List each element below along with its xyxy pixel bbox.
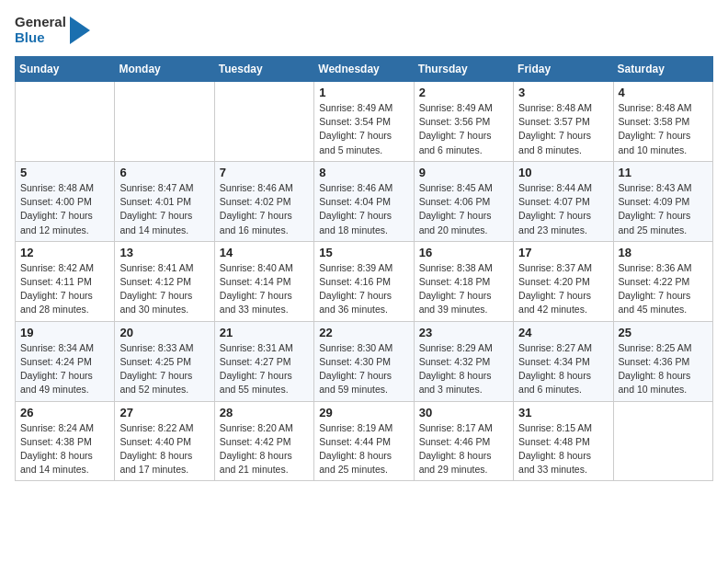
- svg-marker-0: [70, 17, 90, 44]
- day-number: 8: [319, 166, 408, 179]
- day-info: Sunrise: 8:45 AMSunset: 4:06 PMDaylight:…: [419, 181, 508, 237]
- calendar-cell: [16, 82, 115, 162]
- day-number: 24: [518, 326, 608, 339]
- day-info: Sunrise: 8:34 AMSunset: 4:24 PMDaylight:…: [20, 341, 109, 397]
- day-number: 22: [319, 326, 408, 339]
- calendar-cell: 19Sunrise: 8:34 AMSunset: 4:24 PMDayligh…: [16, 321, 115, 401]
- day-info: Sunrise: 8:49 AMSunset: 3:56 PMDaylight:…: [419, 101, 508, 157]
- page-header: General Blue: [15, 15, 713, 45]
- day-number: 15: [319, 246, 408, 259]
- calendar-cell: 6Sunrise: 8:47 AMSunset: 4:01 PMDaylight…: [115, 161, 214, 241]
- weekday-header-row: SundayMondayTuesdayWednesdayThursdayFrid…: [16, 57, 713, 82]
- calendar-cell: 10Sunrise: 8:44 AMSunset: 4:07 PMDayligh…: [514, 161, 613, 241]
- day-info: Sunrise: 8:20 AMSunset: 4:42 PMDaylight:…: [220, 421, 309, 477]
- calendar-cell: 8Sunrise: 8:46 AMSunset: 4:04 PMDaylight…: [314, 161, 414, 241]
- calendar-cell: 21Sunrise: 8:31 AMSunset: 4:27 PMDayligh…: [214, 321, 313, 401]
- day-info: Sunrise: 8:43 AMSunset: 4:09 PMDaylight:…: [619, 181, 708, 237]
- calendar-week-row: 1Sunrise: 8:49 AMSunset: 3:54 PMDaylight…: [16, 82, 713, 162]
- calendar-cell: 14Sunrise: 8:40 AMSunset: 4:14 PMDayligh…: [214, 241, 313, 321]
- day-info: Sunrise: 8:30 AMSunset: 4:30 PMDaylight:…: [319, 341, 408, 397]
- calendar-cell: 3Sunrise: 8:48 AMSunset: 3:57 PMDaylight…: [514, 82, 613, 162]
- calendar-cell: 31Sunrise: 8:15 AMSunset: 4:48 PMDayligh…: [514, 401, 613, 481]
- day-number: 12: [20, 246, 109, 259]
- day-info: Sunrise: 8:48 AMSunset: 3:58 PMDaylight:…: [619, 101, 708, 157]
- weekday-header-monday: Monday: [115, 57, 214, 82]
- logo-chevron-icon: [70, 17, 90, 44]
- calendar-cell: [115, 82, 214, 162]
- calendar-cell: 25Sunrise: 8:25 AMSunset: 4:36 PMDayligh…: [613, 321, 712, 401]
- weekday-header-sunday: Sunday: [16, 57, 115, 82]
- calendar-week-row: 12Sunrise: 8:42 AMSunset: 4:11 PMDayligh…: [16, 241, 713, 321]
- day-info: Sunrise: 8:39 AMSunset: 4:16 PMDaylight:…: [319, 261, 408, 317]
- day-info: Sunrise: 8:47 AMSunset: 4:01 PMDaylight:…: [119, 181, 209, 237]
- day-number: 13: [119, 246, 209, 259]
- day-info: Sunrise: 8:25 AMSunset: 4:36 PMDaylight:…: [619, 341, 708, 397]
- day-number: 5: [20, 166, 109, 179]
- day-info: Sunrise: 8:22 AMSunset: 4:40 PMDaylight:…: [119, 421, 209, 477]
- day-info: Sunrise: 8:17 AMSunset: 4:46 PMDaylight:…: [419, 421, 508, 477]
- calendar-cell: 16Sunrise: 8:38 AMSunset: 4:18 PMDayligh…: [414, 241, 513, 321]
- weekday-header-wednesday: Wednesday: [314, 57, 414, 82]
- day-number: 4: [619, 86, 708, 99]
- calendar-cell: 30Sunrise: 8:17 AMSunset: 4:46 PMDayligh…: [414, 401, 513, 481]
- calendar-cell: 4Sunrise: 8:48 AMSunset: 3:58 PMDaylight…: [613, 82, 712, 162]
- logo: General Blue: [15, 15, 90, 45]
- calendar-cell: 15Sunrise: 8:39 AMSunset: 4:16 PMDayligh…: [314, 241, 414, 321]
- logo-text: General Blue: [15, 15, 66, 45]
- day-info: Sunrise: 8:48 AMSunset: 3:57 PMDaylight:…: [518, 101, 608, 157]
- calendar-cell: 18Sunrise: 8:36 AMSunset: 4:22 PMDayligh…: [613, 241, 712, 321]
- day-number: 30: [419, 406, 508, 419]
- calendar-cell: 5Sunrise: 8:48 AMSunset: 4:00 PMDaylight…: [16, 161, 115, 241]
- day-info: Sunrise: 8:49 AMSunset: 3:54 PMDaylight:…: [319, 101, 408, 157]
- day-info: Sunrise: 8:42 AMSunset: 4:11 PMDaylight:…: [20, 261, 109, 317]
- calendar: SundayMondayTuesdayWednesdayThursdayFrid…: [15, 56, 713, 481]
- day-number: 25: [619, 326, 708, 339]
- day-number: 28: [220, 406, 309, 419]
- calendar-cell: 9Sunrise: 8:45 AMSunset: 4:06 PMDaylight…: [414, 161, 513, 241]
- weekday-header-saturday: Saturday: [613, 57, 712, 82]
- calendar-cell: 22Sunrise: 8:30 AMSunset: 4:30 PMDayligh…: [314, 321, 414, 401]
- calendar-cell: 2Sunrise: 8:49 AMSunset: 3:56 PMDaylight…: [414, 82, 513, 162]
- day-number: 14: [220, 246, 309, 259]
- calendar-cell: 1Sunrise: 8:49 AMSunset: 3:54 PMDaylight…: [314, 82, 414, 162]
- day-info: Sunrise: 8:37 AMSunset: 4:20 PMDaylight:…: [518, 261, 608, 317]
- calendar-cell: 12Sunrise: 8:42 AMSunset: 4:11 PMDayligh…: [16, 241, 115, 321]
- day-info: Sunrise: 8:27 AMSunset: 4:34 PMDaylight:…: [518, 341, 608, 397]
- logo-blue: Blue: [15, 30, 66, 46]
- day-info: Sunrise: 8:46 AMSunset: 4:02 PMDaylight:…: [220, 181, 309, 237]
- calendar-week-row: 19Sunrise: 8:34 AMSunset: 4:24 PMDayligh…: [16, 321, 713, 401]
- calendar-week-row: 5Sunrise: 8:48 AMSunset: 4:00 PMDaylight…: [16, 161, 713, 241]
- day-number: 31: [518, 406, 608, 419]
- day-number: 11: [619, 166, 708, 179]
- day-number: 1: [319, 86, 408, 99]
- day-info: Sunrise: 8:19 AMSunset: 4:44 PMDaylight:…: [319, 421, 408, 477]
- logo-general: General: [15, 15, 66, 30]
- calendar-cell: 23Sunrise: 8:29 AMSunset: 4:32 PMDayligh…: [414, 321, 513, 401]
- calendar-cell: 26Sunrise: 8:24 AMSunset: 4:38 PMDayligh…: [16, 401, 115, 481]
- day-number: 21: [220, 326, 309, 339]
- day-info: Sunrise: 8:24 AMSunset: 4:38 PMDaylight:…: [20, 421, 109, 477]
- day-number: 17: [518, 246, 608, 259]
- day-number: 20: [119, 326, 209, 339]
- day-number: 29: [319, 406, 408, 419]
- calendar-cell: 20Sunrise: 8:33 AMSunset: 4:25 PMDayligh…: [115, 321, 214, 401]
- day-info: Sunrise: 8:48 AMSunset: 4:00 PMDaylight:…: [20, 181, 109, 237]
- day-number: 18: [619, 246, 708, 259]
- day-info: Sunrise: 8:46 AMSunset: 4:04 PMDaylight:…: [319, 181, 408, 237]
- day-number: 9: [419, 166, 508, 179]
- calendar-cell: [214, 82, 313, 162]
- day-number: 16: [419, 246, 508, 259]
- calendar-cell: 7Sunrise: 8:46 AMSunset: 4:02 PMDaylight…: [214, 161, 313, 241]
- day-number: 6: [119, 166, 209, 179]
- calendar-week-row: 26Sunrise: 8:24 AMSunset: 4:38 PMDayligh…: [16, 401, 713, 481]
- day-info: Sunrise: 8:40 AMSunset: 4:14 PMDaylight:…: [220, 261, 309, 317]
- weekday-header-thursday: Thursday: [414, 57, 513, 82]
- day-number: 10: [518, 166, 608, 179]
- day-info: Sunrise: 8:38 AMSunset: 4:18 PMDaylight:…: [419, 261, 508, 317]
- day-info: Sunrise: 8:36 AMSunset: 4:22 PMDaylight:…: [619, 261, 708, 317]
- calendar-cell: 27Sunrise: 8:22 AMSunset: 4:40 PMDayligh…: [115, 401, 214, 481]
- day-info: Sunrise: 8:29 AMSunset: 4:32 PMDaylight:…: [419, 341, 508, 397]
- weekday-header-tuesday: Tuesday: [214, 57, 313, 82]
- day-info: Sunrise: 8:15 AMSunset: 4:48 PMDaylight:…: [518, 421, 608, 477]
- day-info: Sunrise: 8:41 AMSunset: 4:12 PMDaylight:…: [119, 261, 209, 317]
